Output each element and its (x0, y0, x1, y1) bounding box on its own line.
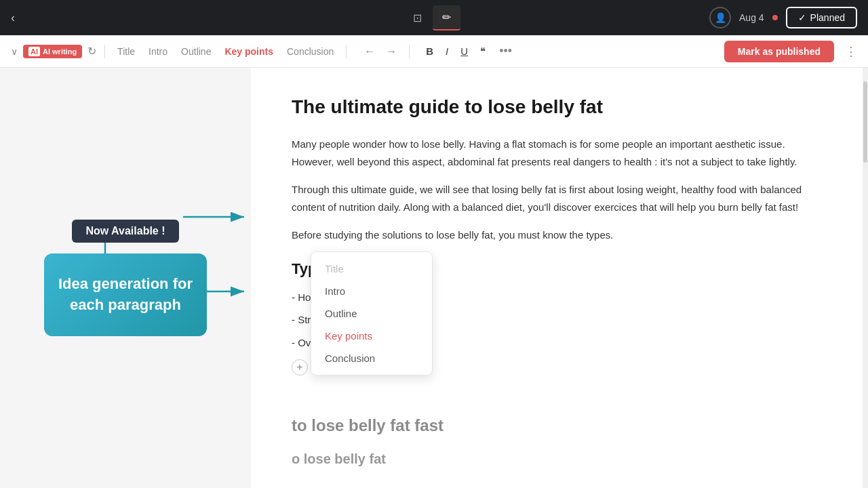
block-type-dropdown[interactable]: Title Intro Outline Key points Conclusio… (311, 251, 433, 375)
dropdown-item-conclusion[interactable]: Conclusion (311, 347, 432, 369)
ai-icon: AI (28, 47, 40, 56)
nav-left: ‹ (11, 11, 15, 25)
top-nav: ‹ ⊡ ✏ 👤 Aug 4 ✓ Planned (0, 0, 868, 35)
planned-label: Planned (810, 12, 845, 23)
italic-button[interactable]: I (440, 43, 454, 60)
dropdown-item-outline[interactable]: Outline (311, 302, 432, 325)
more-button[interactable]: ••• (499, 44, 512, 58)
quote-button[interactable]: ❝ (475, 43, 491, 60)
nav-right: 👤 Aug 4 ✓ Planned (709, 7, 857, 28)
dropdown-item-title[interactable]: Title (311, 258, 432, 280)
left-panel: Now Available ! Idea generation for each… (0, 68, 251, 488)
main-area: Now Available ! Idea generation for each… (0, 68, 868, 488)
editor-area[interactable]: The ultimate guide to lose belly fat Man… (251, 68, 863, 488)
status-dot (772, 15, 778, 20)
tab-intro[interactable]: Intro (144, 43, 172, 60)
toolbar: ∨ AI AI writing ↻ Title Intro Outline Ke… (0, 35, 868, 68)
paragraph-3: Before studying the solutions to lose be… (292, 226, 822, 244)
tab-title[interactable]: Title (113, 43, 139, 60)
format-buttons: B I U ❝ (420, 43, 491, 60)
dropdown-item-intro[interactable]: Intro (311, 280, 432, 302)
nav-center: ⊡ ✏ (408, 5, 460, 30)
ai-badge[interactable]: AI AI writing (23, 45, 82, 58)
scrollbar-track[interactable] (863, 68, 868, 488)
toolbar-nav: ← → (360, 43, 401, 60)
blurred-content: to lose belly fat fast o lose belly fat (292, 416, 822, 467)
blurred-title-2: o lose belly fat (292, 451, 822, 467)
nav-back-btn[interactable]: ← (360, 43, 379, 60)
avatar: 👤 (709, 7, 731, 28)
copy-button[interactable]: ⊡ (408, 7, 427, 28)
check-icon: ✓ (798, 12, 806, 23)
toolbar-dots-icon[interactable]: ⋮ (845, 44, 857, 59)
toolbar-chevron-icon[interactable]: ∨ (11, 46, 18, 57)
toolbar-divider-2 (346, 45, 347, 58)
cursor-line: + Title Intro Outline Key points Conclus… (292, 359, 822, 375)
paragraph-1: Many people wonder how to lose belly. Ha… (292, 136, 822, 170)
date-label: Aug 4 (739, 12, 764, 23)
dropdown-item-keypoints[interactable]: Key points (311, 325, 432, 347)
paragraph-2: Through this ultimate guide, we will see… (292, 181, 822, 216)
ai-label: AI writing (43, 47, 77, 56)
scrollbar-thumb[interactable] (863, 81, 867, 163)
back-button[interactable]: ‹ (11, 11, 15, 25)
tab-keypoints[interactable]: Key points (220, 43, 277, 60)
article-title: The ultimate guide to lose belly fat (292, 95, 822, 119)
underline-button[interactable]: U (455, 43, 473, 60)
mark-published-button[interactable]: Mark as published (724, 41, 834, 62)
nav-fwd-btn[interactable]: → (382, 43, 401, 60)
toolbar-divider (104, 45, 105, 58)
pencil-button[interactable]: ✏ (433, 5, 460, 30)
planned-button[interactable]: ✓ Planned (786, 7, 857, 28)
tab-outline[interactable]: Outline (177, 43, 215, 60)
tab-conclusion[interactable]: Conclusion (283, 43, 338, 60)
refresh-icon[interactable]: ↻ (87, 45, 96, 58)
toolbar-divider-3 (409, 45, 410, 58)
blurred-title-1: to lose belly fat fast (292, 416, 822, 435)
add-block-button[interactable]: + (292, 359, 308, 375)
now-available-badge: Now Available ! (72, 220, 178, 243)
bold-button[interactable]: B (420, 43, 439, 60)
idea-generation-card[interactable]: Idea generation for each paragraph (44, 253, 207, 336)
